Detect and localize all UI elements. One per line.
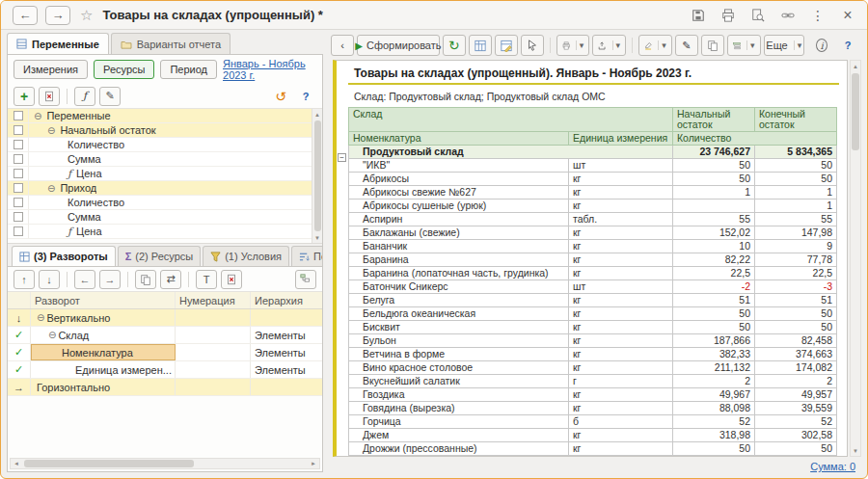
item-name[interactable]: "ИКВ" xyxy=(349,159,569,173)
variable-row[interactable]: Количество xyxy=(8,196,312,210)
checkbox-cell[interactable] xyxy=(8,152,29,166)
tab-resources[interactable]: Σ (2) Ресурсы xyxy=(118,246,201,266)
delete-button[interactable] xyxy=(39,87,60,106)
item-begin-qty[interactable]: 50 xyxy=(673,173,755,186)
header-nomenclature[interactable]: Номенклатура xyxy=(349,132,569,146)
check-icon[interactable]: ✓ xyxy=(14,363,23,376)
item-name[interactable]: Аспирин xyxy=(349,213,569,226)
report-row[interactable]: Абрикосы свежие №627кг11 xyxy=(349,186,837,200)
scroll-down-icon[interactable]: ▼ xyxy=(851,445,860,456)
item-begin-qty[interactable]: 10 xyxy=(673,240,755,253)
item-begin-qty[interactable]: 51 xyxy=(673,294,755,307)
spread-row[interactable]: ✓НоменклатураЭлементы xyxy=(8,344,322,361)
report-row[interactable]: Баранинакг82,2277,78 xyxy=(349,253,837,267)
row-marker-cell[interactable]: ↓ xyxy=(8,309,31,326)
item-end-qty[interactable]: 50 xyxy=(755,307,837,321)
item-name[interactable]: Баклажаны (свежие) xyxy=(349,226,569,240)
report-row[interactable]: Белугакг5151 xyxy=(349,294,837,307)
report-row[interactable]: Ветчина в формекг382,33374,663 xyxy=(349,348,837,361)
tab-pivots[interactable]: (3) Развороты xyxy=(12,246,116,266)
arrow-right-icon[interactable]: → xyxy=(14,382,24,393)
report-row[interactable]: Бисквиткг5050 xyxy=(349,321,837,334)
row-checkbox[interactable] xyxy=(14,198,23,207)
item-begin-qty[interactable]: -2 xyxy=(673,280,755,294)
settings-grid-button[interactable] xyxy=(469,35,492,56)
item-name[interactable]: Бульон xyxy=(349,334,569,348)
collapse-icon[interactable]: ⊖ xyxy=(47,183,55,194)
item-unit[interactable]: кг xyxy=(569,200,673,213)
item-unit[interactable]: кг xyxy=(569,334,673,348)
item-begin-qty[interactable]: 50 xyxy=(673,442,755,456)
item-unit[interactable]: шт xyxy=(569,280,673,294)
item-begin-qty[interactable]: 22,5 xyxy=(673,267,755,280)
preview-icon[interactable] xyxy=(750,8,766,23)
report-row[interactable]: Дрожжи (прессованные)кг5050 xyxy=(349,442,837,456)
item-name[interactable]: Гвоздика xyxy=(349,388,569,402)
item-unit[interactable]: кг xyxy=(569,307,673,321)
move-up-button[interactable]: ↑ xyxy=(14,270,35,289)
help-button[interactable]: ? xyxy=(295,87,316,106)
item-unit[interactable]: кг xyxy=(569,294,673,307)
favorite-star-icon[interactable]: ☆ xyxy=(80,7,93,24)
variable-row[interactable]: ⊖Переменные xyxy=(8,109,312,123)
info-button[interactable]: i xyxy=(810,35,833,56)
item-end-qty[interactable]: 22,5 xyxy=(755,267,837,280)
report-row[interactable]: Бельдюга океаническаякг5050 xyxy=(349,307,837,321)
row-checkbox[interactable] xyxy=(14,183,23,193)
move-left-button[interactable]: ← xyxy=(74,270,95,289)
checkbox-cell[interactable] xyxy=(8,225,29,238)
checkbox-cell[interactable] xyxy=(8,210,29,224)
move-right-button[interactable]: → xyxy=(99,270,121,289)
numbering-cell[interactable] xyxy=(176,344,251,360)
report-row[interactable]: Бананчиккг109 xyxy=(349,240,837,253)
hierarchy-cell[interactable]: Элементы xyxy=(251,361,322,378)
collapse-icon[interactable]: ⊖ xyxy=(48,330,56,340)
collapse-panel-button[interactable]: ‹ xyxy=(331,35,354,56)
item-unit[interactable]: кг xyxy=(569,361,673,375)
item-end-qty[interactable]: 50 xyxy=(755,442,837,456)
group-end-value[interactable]: 5 834,365 xyxy=(755,146,837,159)
scroll-thumb[interactable] xyxy=(24,460,194,467)
pointer-button[interactable] xyxy=(521,35,544,56)
spread-cell[interactable]: ⊖Вертикально xyxy=(31,309,176,326)
spread-row[interactable]: ↓⊖Вертикально xyxy=(8,309,322,327)
item-unit[interactable]: кг xyxy=(569,226,673,240)
item-end-qty[interactable]: 9 xyxy=(755,240,837,253)
add-button[interactable]: + xyxy=(14,87,35,106)
item-name[interactable]: Вкуснейший салатик xyxy=(349,375,569,388)
item-end-qty[interactable]: 39,559 xyxy=(755,402,837,415)
scroll-down-icon[interactable]: ▼ xyxy=(312,232,322,243)
tab-conditions[interactable]: (1) Условия xyxy=(203,246,289,266)
item-end-qty[interactable]: 50 xyxy=(755,173,837,186)
link-icon[interactable] xyxy=(780,8,796,23)
spread-cell[interactable]: Единица измерен... xyxy=(31,361,176,378)
row-marker-cell[interactable]: → xyxy=(8,379,31,395)
item-end-qty[interactable]: 1 xyxy=(755,186,837,200)
report-vertical-scrollbar[interactable]: ▲ ▼ xyxy=(850,60,861,457)
report-row[interactable]: Говядина (вырезка)кг88,09839,559 xyxy=(349,402,837,415)
item-name[interactable]: Дрожжи (прессованные) xyxy=(349,442,569,456)
item-end-qty[interactable]: 147,98 xyxy=(755,226,837,240)
item-begin-qty[interactable]: 211,132 xyxy=(673,361,755,375)
scroll-thumb[interactable] xyxy=(314,120,321,231)
checkbox-cell[interactable] xyxy=(8,109,29,122)
scroll-right-icon[interactable]: ► xyxy=(308,459,319,469)
row-checkbox[interactable] xyxy=(14,140,23,149)
item-begin-qty[interactable]: 1 xyxy=(673,186,755,200)
help-button[interactable]: ? xyxy=(836,35,859,56)
item-end-qty[interactable]: 82,458 xyxy=(755,334,837,348)
hierarchy-cell[interactable]: Элементы xyxy=(251,327,322,343)
item-begin-qty[interactable]: 88,098 xyxy=(673,402,755,415)
back-button[interactable]: ← xyxy=(13,6,38,25)
function-button[interactable]: ƒ xyxy=(74,87,95,106)
generate-button[interactable]: ▶ Сформировать xyxy=(357,35,440,56)
item-unit[interactable]: кг xyxy=(569,186,673,200)
item-end-qty[interactable]: 174,082 xyxy=(755,361,837,375)
save-icon[interactable] xyxy=(691,8,706,23)
group-collapse-box[interactable]: − xyxy=(338,153,346,162)
checkbox-cell[interactable] xyxy=(8,181,29,195)
refresh-button[interactable]: ↻ xyxy=(443,35,466,56)
save-result-button[interactable]: ▾ xyxy=(592,35,626,56)
report-row[interactable]: Баклажаны (свежие)кг152,02147,98 xyxy=(349,226,837,240)
report-row[interactable]: Баранина (лопаточная часть, грудинка)кг2… xyxy=(349,267,837,280)
